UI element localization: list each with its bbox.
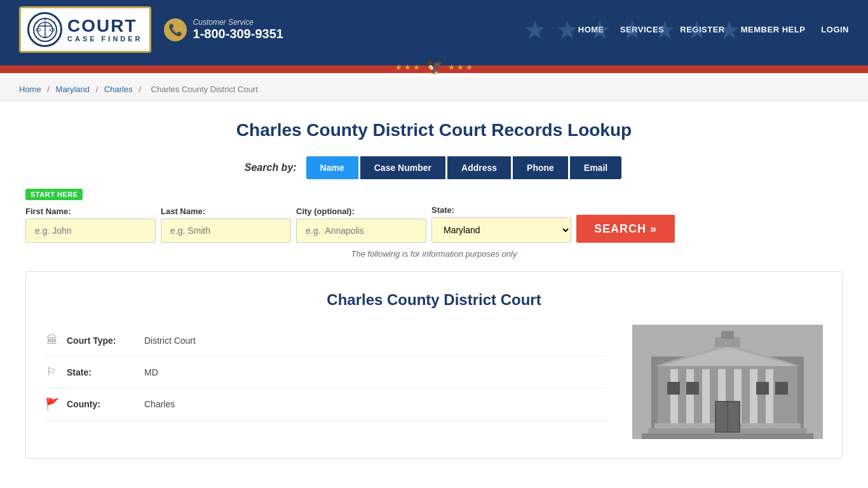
first-name-input[interactable] <box>25 219 156 243</box>
nav-register[interactable]: REGISTER <box>680 25 724 34</box>
star-small-icon: ★ ★ ★ <box>448 63 473 72</box>
state-icon: 🏳 <box>45 365 59 379</box>
nav-services[interactable]: SERVICES <box>620 25 665 34</box>
court-type-value: District Court <box>144 336 196 346</box>
last-name-label: Last Name: <box>161 207 291 216</box>
svg-point-7 <box>50 29 55 31</box>
breadcrumb: Home / Maryland / Charles / Charles Coun… <box>0 78 868 101</box>
eagle-icon: 🦅 <box>426 59 443 76</box>
breadcrumb-current: Charles County District Court <box>151 85 258 94</box>
court-box-title: Charles County District Court <box>45 291 823 309</box>
customer-service: 📞 Customer Service 1-800-309-9351 <box>164 18 283 41</box>
phone-icon: 📞 <box>164 18 187 41</box>
search-form: First Name: Last Name: City (optional): … <box>25 205 843 243</box>
county-icon: 🚩 <box>45 397 59 411</box>
tab-address[interactable]: Address <box>447 156 511 179</box>
site-header: ★ ★ ★ ★ ★ ★ ★ <box>0 0 868 59</box>
city-input[interactable] <box>296 219 426 243</box>
state-label-detail: State: <box>67 367 137 377</box>
svg-rect-16 <box>686 369 694 426</box>
svg-rect-15 <box>670 369 678 426</box>
state-label: State: <box>431 205 571 215</box>
page-title: Charles County District Court Records Lo… <box>25 120 843 140</box>
breadcrumb-sep: / <box>96 85 100 94</box>
first-name-label: First Name: <box>25 207 156 216</box>
main-content: Charles County District Court Records Lo… <box>0 101 868 478</box>
svg-rect-29 <box>728 402 739 431</box>
tab-name[interactable]: Name <box>306 156 358 179</box>
svg-text:★: ★ <box>53 20 56 24</box>
header-left: ★ ★ ★ COURT CASE FINDER 📞 Customer Servi… <box>19 6 283 53</box>
breadcrumb-charles[interactable]: Charles <box>104 85 133 94</box>
logo-emblem: ★ ★ ★ <box>27 12 62 47</box>
svg-rect-31 <box>686 382 699 395</box>
svg-rect-34 <box>715 337 740 347</box>
wave-bar: ★ ★ ★ 🦅 ★ ★ ★ <box>0 65 868 73</box>
breadcrumb-home[interactable]: Home <box>19 85 41 94</box>
nav-member-help[interactable]: MEMBER HELP <box>741 25 806 34</box>
site-logo[interactable]: ★ ★ ★ COURT CASE FINDER <box>19 6 151 53</box>
star-icon: ★ <box>556 15 579 44</box>
svg-rect-32 <box>756 382 769 395</box>
state-select[interactable]: Maryland AlabamaAlaskaArizona ArkansasCa… <box>431 217 571 243</box>
last-name-input[interactable] <box>161 219 291 243</box>
first-name-field: First Name: <box>25 207 156 243</box>
tab-phone[interactable]: Phone <box>513 156 568 179</box>
main-nav: HOME SERVICES REGISTER MEMBER HELP LOGIN <box>578 25 849 34</box>
info-note: The following is for information purpose… <box>25 249 843 259</box>
svg-rect-28 <box>716 402 727 431</box>
county-row: 🚩 County: Charles <box>45 388 607 421</box>
eagle-bar: ★ ★ ★ 🦅 ★ ★ ★ <box>395 59 473 76</box>
breadcrumb-sep: / <box>47 85 51 94</box>
tab-email[interactable]: Email <box>570 156 621 179</box>
breadcrumb-sep: / <box>139 85 143 94</box>
state-row: 🏳 State: MD <box>45 356 607 388</box>
star-small-icon: ★ ★ ★ <box>395 63 421 72</box>
last-name-field: Last Name: <box>161 207 291 243</box>
svg-rect-35 <box>721 331 734 339</box>
state-field: State: Maryland AlabamaAlaskaArizona Ark… <box>431 205 571 243</box>
svg-rect-20 <box>750 369 757 426</box>
city-label: City (optional): <box>296 207 426 216</box>
cs-phone: 1-800-309-9351 <box>193 27 283 41</box>
city-field: City (optional): <box>296 207 426 243</box>
county-label: County: <box>67 399 137 409</box>
svg-rect-21 <box>766 369 773 426</box>
cs-label: Customer Service <box>193 18 283 27</box>
breadcrumb-maryland[interactable]: Maryland <box>56 85 90 94</box>
svg-rect-26 <box>642 433 813 439</box>
search-form-section: START HERE First Name: Last Name: City (… <box>25 189 843 243</box>
court-info-box: Charles County District Court 🏛 Court Ty… <box>25 271 843 459</box>
court-type-label: Court Type: <box>67 336 137 346</box>
start-here-badge: START HERE <box>25 189 83 200</box>
court-details-left: 🏛 Court Type: District Court 🏳 State: MD… <box>45 325 607 439</box>
svg-rect-33 <box>775 382 788 395</box>
court-building-image <box>632 325 823 439</box>
star-icon: ★ <box>524 15 546 44</box>
logo-svg: ★ ★ ★ <box>32 17 58 43</box>
cs-text: Customer Service 1-800-309-9351 <box>193 18 283 41</box>
building-svg <box>632 325 823 439</box>
logo-text: COURT CASE FINDER <box>67 17 143 43</box>
county-value: Charles <box>144 399 175 409</box>
search-bar: Search by: Name Case Number Address Phon… <box>25 156 843 179</box>
nav-home[interactable]: HOME <box>578 25 604 34</box>
svg-point-6 <box>36 29 41 31</box>
court-type-row: 🏛 Court Type: District Court <box>45 325 607 356</box>
court-details: 🏛 Court Type: District Court 🏳 State: MD… <box>45 325 823 439</box>
logo-case-finder-text: CASE FINDER <box>67 35 143 43</box>
tab-case-number[interactable]: Case Number <box>360 156 445 179</box>
svg-rect-30 <box>667 382 680 395</box>
nav-login[interactable]: LOGIN <box>821 25 849 34</box>
logo-court-text: COURT <box>67 17 143 35</box>
court-type-icon: 🏛 <box>45 334 59 347</box>
svg-rect-17 <box>702 369 710 426</box>
search-button[interactable]: SEARCH » <box>576 215 675 243</box>
state-value: MD <box>144 367 158 377</box>
search-by-label: Search by: <box>245 162 297 173</box>
